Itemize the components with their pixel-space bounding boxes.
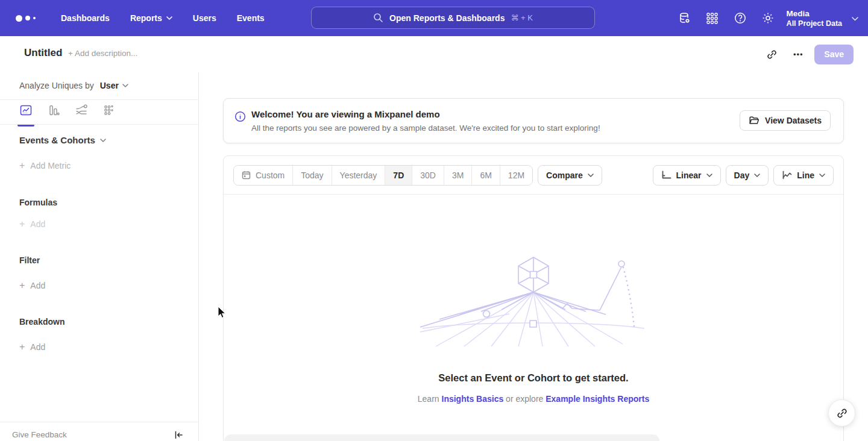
bottom-panel-edge[interactable] <box>224 434 659 441</box>
range-3m[interactable]: 3M <box>444 166 471 185</box>
add-breakdown-button[interactable]: + Add <box>19 342 45 352</box>
primary-nav: Dashboards Reports Users Events <box>53 8 272 28</box>
range-label: 12M <box>508 170 524 180</box>
filter-section-header: Filter <box>19 255 40 265</box>
analyze-uniques-row: Analyze Uniques by User <box>19 81 128 90</box>
range-label: Yesterday <box>340 170 377 180</box>
plus-icon: + <box>19 161 25 170</box>
range-6m[interactable]: 6M <box>471 166 499 185</box>
formulas-section-header: Formulas <box>19 198 57 207</box>
chevron-down-icon <box>819 174 825 177</box>
search-shortcut: ⌘ + K <box>511 13 533 22</box>
compare-dropdown[interactable]: Compare <box>538 165 602 186</box>
welcome-banner: Welcome! You are viewing a Mixpanel demo… <box>223 98 844 143</box>
calendar-icon <box>242 170 251 180</box>
range-label: 30D <box>420 170 436 180</box>
line-chart-icon <box>782 170 792 180</box>
linear-axes-icon <box>661 170 671 180</box>
tab-flow-sankey[interactable] <box>75 104 88 124</box>
give-feedback-link[interactable]: Give Feedback <box>12 430 67 439</box>
nav-item-events[interactable]: Events <box>229 8 272 28</box>
divider <box>0 99 199 100</box>
nav-item-label: Reports <box>130 13 162 23</box>
add-metric-button[interactable]: + Add Metric <box>19 161 71 170</box>
events-cohorts-section-header[interactable]: Events & Cohorts <box>19 135 106 145</box>
report-controls: Custom Today Yesterday 7D 30D 3M 6M 12M … <box>224 156 843 195</box>
global-search-input[interactable]: Open Reports & Dashboards ⌘ + K <box>311 7 595 29</box>
data-management-icon[interactable] <box>671 6 699 30</box>
nav-item-users[interactable]: Users <box>185 8 224 28</box>
project-switcher[interactable]: Media All Project Data <box>787 8 842 28</box>
more-options-button[interactable]: ••• <box>788 44 808 64</box>
learn-prefix: Learn <box>418 394 439 404</box>
report-description-placeholder[interactable]: + Add description... <box>68 49 137 58</box>
nav-item-label: Dashboards <box>61 13 110 23</box>
example-reports-link[interactable]: Example Insights Reports <box>546 394 649 404</box>
insights-basics-link[interactable]: Insights Basics <box>442 394 504 404</box>
range-30d[interactable]: 30D <box>412 166 444 185</box>
visualization-tabs <box>19 104 116 124</box>
interval-label: Day <box>734 170 750 180</box>
view-datasets-button[interactable]: View Datasets <box>740 110 831 131</box>
range-7d-selected[interactable]: 7D <box>385 166 412 185</box>
report-header: Untitled + Add description... ••• Save <box>0 36 868 72</box>
save-button[interactable]: Save <box>814 45 854 64</box>
range-today[interactable]: Today <box>292 166 331 185</box>
header-actions: ••• Save <box>761 44 854 64</box>
empty-state-title: Select an Event or Cohort to get started… <box>224 372 843 384</box>
interval-dropdown[interactable]: Day <box>726 165 769 186</box>
copy-link-icon[interactable] <box>761 44 782 64</box>
info-icon <box>234 111 246 125</box>
share-link-fab[interactable] <box>828 399 855 427</box>
nav-item-dashboards[interactable]: Dashboards <box>53 8 118 28</box>
events-cohorts-label: Events & Cohorts <box>19 135 95 145</box>
breakdown-section-header: Breakdown <box>19 317 64 327</box>
apps-grid-icon[interactable] <box>699 6 726 30</box>
range-label: Custom <box>256 170 285 180</box>
range-custom[interactable]: Custom <box>234 166 292 185</box>
empty-state-illustration <box>224 255 843 351</box>
chevron-down-icon[interactable] <box>852 13 858 23</box>
view-datasets-label: View Datasets <box>765 116 822 125</box>
chevron-down-icon <box>588 174 594 177</box>
chevron-down-icon <box>706 174 712 177</box>
scale-label: Linear <box>676 170 702 180</box>
collapse-sidebar-icon[interactable] <box>171 428 186 441</box>
tab-insights-line[interactable] <box>19 104 33 124</box>
help-icon[interactable] <box>726 6 754 30</box>
chart-type-dropdown[interactable]: Line <box>773 165 834 186</box>
empty-state-links: Learn Insights Basics or explore Example… <box>224 394 843 404</box>
ellipsis-icon: ••• <box>793 50 804 59</box>
tab-bar-chart[interactable] <box>47 104 60 124</box>
chevron-down-icon <box>754 174 760 177</box>
project-scope: All Project Data <box>787 19 842 28</box>
chevron-down-icon <box>122 84 128 87</box>
nav-right: Media All Project Data <box>671 0 868 36</box>
report-title[interactable]: Untitled <box>24 47 62 59</box>
project-name: Media <box>787 8 842 19</box>
plus-icon: + <box>19 281 25 290</box>
tab-metrics-dots[interactable] <box>102 104 116 124</box>
nav-item-label: Users <box>193 13 216 23</box>
range-yesterday[interactable]: Yesterday <box>332 166 385 185</box>
settings-gear-icon[interactable] <box>754 6 782 30</box>
add-label: Add <box>30 342 45 352</box>
compare-label: Compare <box>546 170 583 180</box>
banner-title: Welcome! You are viewing a Mixpanel demo <box>251 109 440 119</box>
report-card: Custom Today Yesterday 7D 30D 3M 6M 12M … <box>223 155 844 441</box>
plus-icon: + <box>19 220 25 228</box>
folder-icon <box>749 116 760 125</box>
analyze-value-dropdown[interactable]: User <box>100 81 128 90</box>
analyze-prefix-label: Analyze Uniques by <box>19 81 94 90</box>
add-label: Add <box>30 219 45 229</box>
nav-item-reports[interactable]: Reports <box>122 8 180 28</box>
mixpanel-logo-icon[interactable] <box>16 15 40 22</box>
range-label: 3M <box>452 170 464 180</box>
range-12m[interactable]: 12M <box>500 166 532 185</box>
middle-text: or explore <box>506 394 543 404</box>
add-formula-button[interactable]: + Add <box>19 219 45 229</box>
query-builder-sidebar: Analyze Uniques by User <box>0 72 199 441</box>
add-filter-button[interactable]: + Add <box>19 281 45 290</box>
scale-dropdown[interactable]: Linear <box>653 165 721 186</box>
search-icon <box>373 13 383 23</box>
